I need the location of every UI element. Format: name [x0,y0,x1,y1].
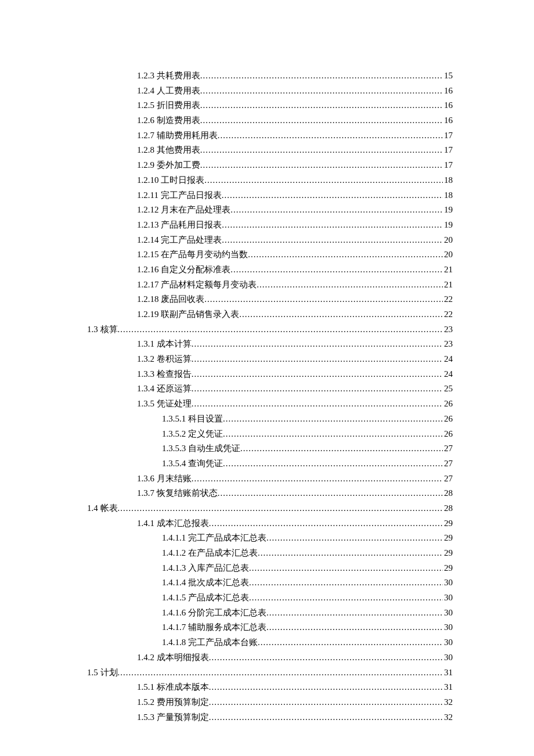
toc-leader-dots [249,575,443,591]
toc-entry-page: 23 [443,337,453,352]
toc-entry-label: 1.2.7 辅助费用耗用表 [137,128,218,143]
toc-entry-label: 1.2.9 委外加工费 [137,158,200,173]
toc-entry-page: 29 [443,531,453,546]
toc-entry-label: 1.2.5 折旧费用表 [137,98,200,113]
toc-entry-page: 24 [443,367,453,382]
toc-entry-label: 1.2.12 月末在产品处理表 [137,203,230,218]
toc-entry: 1.2.19 联副产品销售录入表22 [87,307,453,322]
toc-entry: 1.2.15 在产品每月变动约当数20 [87,247,453,262]
toc-entry-page: 27 [443,441,453,456]
toc-leader-dots [239,307,443,322]
toc-entry-label: 1.4.2 成本明细报表 [137,650,209,665]
toc-entry-label: 1.3 核算 [87,322,118,337]
toc-leader-dots [218,128,443,143]
toc-entry-page: 21 [443,278,453,293]
toc-entry-label: 1.2.14 完工产品处理表 [137,233,222,248]
toc-entry: 1.4.1.1 完工产品成本汇总表29 [87,531,453,546]
toc-entry-label: 1.2.17 产品材料定额每月变动表 [137,278,257,293]
toc-entry-page: 29 [443,546,453,561]
toc-entry-label: 1.2.19 联副产品销售录入表 [137,307,239,322]
toc-entry-page: 19 [443,203,453,218]
toc-leader-dots [218,486,443,501]
toc-leader-dots [118,665,443,681]
toc-leader-dots [192,381,443,397]
toc-leader-dots [209,516,443,531]
toc-entry-label: 1.4.1.3 入库产品汇总表 [162,561,249,576]
toc-entry: 1.3.5.4 查询凭证27 [87,456,453,471]
toc-entry: 1.4.2 成本明细报表30 [87,650,453,665]
toc-entry-label: 1.2.3 共耗费用表 [137,69,200,84]
toc-entry-page: 26 [443,412,453,427]
toc-entry-label: 1.4.1.4 批次成本汇总表 [162,575,249,591]
toc-entry: 1.5.2 费用预算制定32 [87,695,453,710]
toc-entry-label: 1.3.4 还原运算 [137,381,192,397]
toc-entry: 1.2.13 产品耗用日报表19 [87,218,453,233]
toc-leader-dots [200,84,443,99]
toc-entry: 1.2.8 其他费用表17 [87,143,453,158]
toc-entry-label: 1.3.5.1 科目设置 [162,412,223,427]
toc-leader-dots [249,591,443,606]
toc-entry-label: 1.4 帐表 [87,501,118,516]
toc-leader-dots [266,620,443,635]
toc-entry: 1.3.5.2 定义凭证26 [87,427,453,442]
toc-entry-page: 20 [443,247,453,262]
toc-leader-dots [209,710,443,725]
toc-entry-label: 1.3.3 检查报告 [137,367,192,382]
toc-leader-dots [223,456,443,471]
toc-entry: 1.4.1.4 批次成本汇总表30 [87,575,453,591]
toc-leader-dots [266,531,443,546]
toc-entry-page: 30 [443,606,453,621]
table-of-contents: 1.2.3 共耗费用表151.2.4 人工费用表161.2.5 折旧费用表161… [87,69,453,725]
toc-entry-page: 29 [443,561,453,576]
toc-entry: 1.3.7 恢复结账前状态28 [87,486,453,501]
toc-entry-page: 26 [443,397,453,412]
toc-entry-page: 30 [443,635,453,650]
toc-entry-label: 1.3.7 恢复结账前状态 [137,486,218,501]
toc-leader-dots [223,412,443,427]
toc-entry: 1.3.5 凭证处理26 [87,397,453,412]
toc-leader-dots [222,188,443,203]
toc-entry-page: 25 [443,381,453,397]
toc-entry: 1.4.1.3 入库产品汇总表29 [87,561,453,576]
toc-entry: 1.3.1 成本计算23 [87,337,453,352]
toc-entry-label: 1.2.16 自定义分配标准表 [137,262,230,278]
toc-entry-label: 1.2.4 人工费用表 [137,84,200,99]
toc-entry-page: 15 [443,69,453,84]
toc-entry: 1.3.5.1 科目设置26 [87,412,453,427]
toc-entry: 1.2.5 折旧费用表16 [87,98,453,113]
toc-entry-page: 18 [443,173,453,188]
toc-leader-dots [223,427,443,442]
toc-entry: 1.2.3 共耗费用表15 [87,69,453,84]
toc-entry-label: 1.2.6 制造费用表 [137,113,200,128]
toc-entry-label: 1.2.15 在产品每月变动约当数 [137,247,248,262]
toc-entry: 1.3 核算23 [87,322,453,337]
toc-leader-dots [248,247,443,262]
toc-entry-page: 17 [443,128,453,143]
toc-entry-label: 1.5.2 费用预算制定 [137,695,209,710]
toc-leader-dots [209,680,443,695]
toc-entry-page: 20 [443,233,453,248]
toc-entry: 1.5 计划31 [87,665,453,681]
toc-entry: 1.2.10 工时日报表18 [87,173,453,188]
toc-entry: 1.5.1 标准成本版本31 [87,680,453,695]
toc-entry-page: 26 [443,427,453,442]
toc-entry-page: 31 [443,665,453,681]
toc-entry: 1.2.18 废品回收表22 [87,292,453,307]
toc-entry-page: 30 [443,575,453,591]
toc-entry: 1.4.1.7 辅助服务成本汇总表30 [87,620,453,635]
toc-entry-page: 28 [443,486,453,501]
toc-entry-label: 1.3.5.4 查询凭证 [162,456,223,471]
toc-entry-label: 1.5 计划 [87,665,118,681]
toc-entry-page: 32 [443,695,453,710]
toc-entry: 1.3.6 月末结账27 [87,471,453,487]
toc-entry-label: 1.3.6 月末结账 [137,471,192,487]
toc-entry-page: 30 [443,620,453,635]
toc-leader-dots [230,262,443,278]
toc-entry-page: 18 [443,188,453,203]
toc-entry: 1.3.5.3 自动生成凭证27 [87,441,453,456]
toc-entry: 1.3.4 还原运算25 [87,381,453,397]
toc-leader-dots [118,501,443,516]
toc-entry-page: 29 [443,516,453,531]
toc-entry-page: 23 [443,322,453,337]
toc-entry: 1.4.1 成本汇总报表29 [87,516,453,531]
